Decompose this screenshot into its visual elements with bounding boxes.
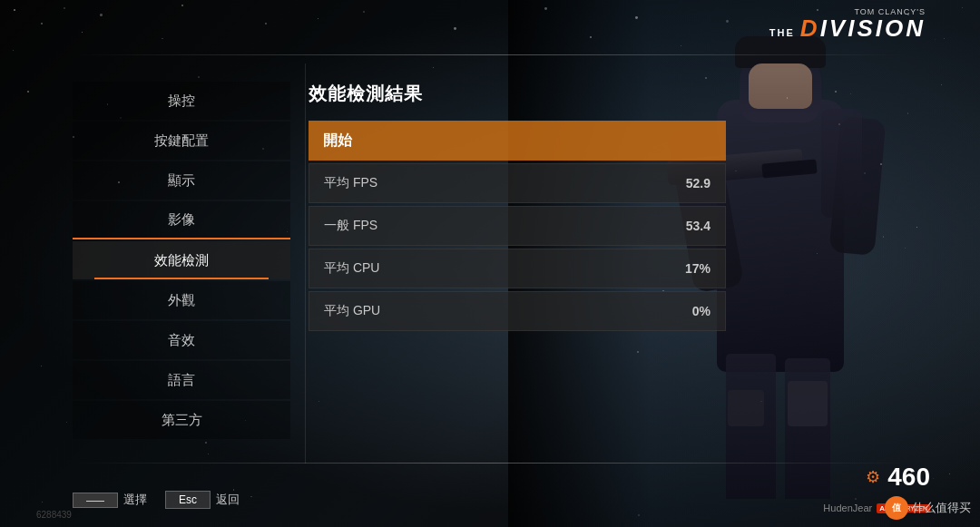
control-select-label: 選擇 xyxy=(123,492,147,508)
nav-item-yingxiang[interactable]: 影像 xyxy=(73,201,290,239)
score-number: 460 xyxy=(887,463,930,492)
control-select: —— 選擇 xyxy=(73,492,147,508)
nav-menu: 操控 按鍵配置 顯示 影像 效能檢測 外觀 音效 語言 第三方 xyxy=(73,82,290,441)
nav-item-yinxiao[interactable]: 音效 xyxy=(73,321,290,359)
control-back-label: 返回 xyxy=(216,492,240,508)
nav-item-yuyan[interactable]: 語言 xyxy=(73,361,290,399)
top-border xyxy=(73,54,907,55)
site-icon: 值 xyxy=(885,496,908,520)
result-row-start[interactable]: 開始 xyxy=(309,121,726,161)
result-row-gen-fps: 一般 FPS 53.4 xyxy=(309,206,726,246)
nav-item-waiguan[interactable]: 外觀 xyxy=(73,281,290,319)
logo-the: THE xyxy=(769,28,795,38)
nav-item-xinengjianche[interactable]: 效能檢測 xyxy=(73,241,290,279)
start-label: 開始 xyxy=(323,132,352,151)
key-select-badge: —— xyxy=(73,493,118,508)
panel-title: 效能檢測結果 xyxy=(309,82,726,106)
main-panel: 效能檢測結果 開始 平均 FPS 52.9 一般 FPS 53.4 平均 CPU… xyxy=(309,82,726,334)
score-icon: ⚙ xyxy=(866,467,880,487)
nav-item-anjianpeizhi[interactable]: 按鍵配置 xyxy=(73,122,290,160)
bottom-border xyxy=(73,463,907,464)
control-back: Esc 返回 xyxy=(165,491,240,509)
result-value-avg-gpu: 0% xyxy=(692,304,710,318)
result-label-gen-fps: 一般 FPS xyxy=(324,218,377,234)
site-text: 什么值得买 xyxy=(912,500,971,516)
logo-division: DIVISION xyxy=(800,16,926,40)
nav-item-xianshi[interactable]: 顯示 xyxy=(73,161,290,200)
result-value-avg-cpu: 17% xyxy=(685,261,710,276)
result-label-avg-gpu: 平均 GPU xyxy=(324,303,380,319)
game-logo: TOM CLANCY'S THE DIVISION xyxy=(769,7,926,40)
nav-item-kongzhi[interactable]: 操控 xyxy=(73,82,290,120)
result-row-avg-fps: 平均 FPS 52.9 xyxy=(309,163,726,203)
result-row-avg-cpu: 平均 CPU 17% xyxy=(309,249,726,288)
nav-item-disanfang[interactable]: 第三方 xyxy=(73,401,290,439)
key-esc-badge: Esc xyxy=(165,491,211,509)
result-label-avg-cpu: 平均 CPU xyxy=(324,260,379,277)
v-separator xyxy=(305,63,306,464)
page-id: 6288439 xyxy=(36,510,72,520)
result-value-gen-fps: 53.4 xyxy=(686,219,710,233)
result-label-avg-fps: 平均 FPS xyxy=(324,175,377,191)
score-area: ⚙ 460 xyxy=(866,463,930,495)
site-logo-area: 值 什么值得买 xyxy=(885,496,971,520)
result-row-avg-gpu: 平均 GPU 0% xyxy=(309,291,726,331)
bottom-controls: —— 選擇 Esc 返回 xyxy=(73,491,240,509)
watermark-username: HudenJear xyxy=(823,503,872,513)
result-value-avg-fps: 52.9 xyxy=(686,176,710,190)
